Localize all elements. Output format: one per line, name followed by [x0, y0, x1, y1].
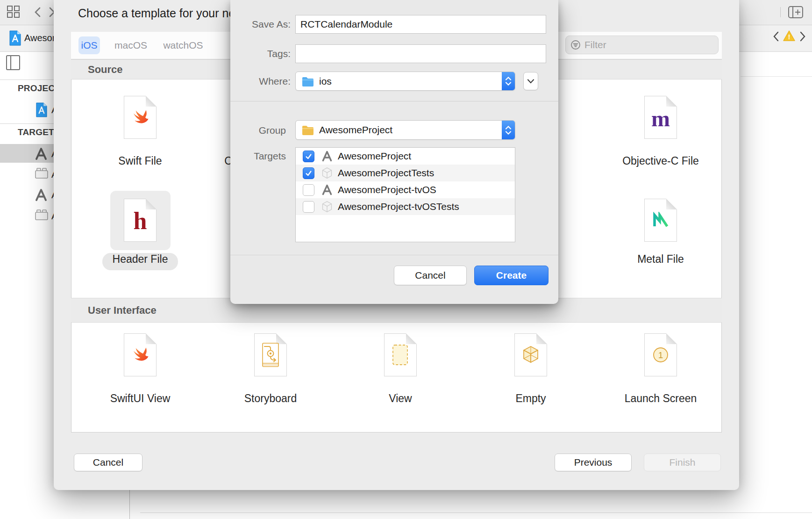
- overview-grid-icon[interactable]: [7, 6, 20, 20]
- bottom-pane-divider: [140, 512, 812, 513]
- filter-input[interactable]: Filter: [565, 36, 719, 54]
- sheet-footer-divider: [230, 255, 558, 255]
- template-header-file[interactable]: h Header File: [84, 199, 196, 266]
- jumpbar-back-icon[interactable]: [772, 31, 780, 43]
- swift-file-icon: [124, 96, 157, 139]
- test-bundle-brick-icon: [35, 209, 49, 223]
- template-label: View: [344, 392, 456, 405]
- group-label: Group: [230, 125, 286, 136]
- editor-divider: [741, 76, 812, 77]
- where-value: ios: [319, 76, 332, 87]
- warning-triangle-icon[interactable]: !: [783, 30, 796, 44]
- toolbar-separator: [780, 7, 781, 17]
- previous-button[interactable]: Previous: [555, 454, 632, 471]
- where-popup[interactable]: ios: [295, 72, 515, 91]
- tab-macos[interactable]: macOS: [112, 36, 150, 54]
- create-button[interactable]: Create: [474, 266, 548, 285]
- template-swiftui-view[interactable]: SwiftUI View: [84, 333, 196, 405]
- template-metal-file[interactable]: Metal File: [605, 199, 717, 266]
- svg-text:1: 1: [658, 350, 663, 360]
- where-stepper[interactable]: [502, 72, 515, 90]
- launch-screen-icon: 1: [644, 333, 677, 376]
- view-icon: [384, 333, 417, 376]
- navigator-pane-divider[interactable]: [129, 490, 130, 519]
- template-label: Empty: [475, 392, 587, 405]
- expand-sheet-button[interactable]: [523, 72, 538, 90]
- target-checkbox[interactable]: [303, 201, 314, 213]
- target-row[interactable]: AwesomeProjectTests: [296, 165, 515, 181]
- template-label: Header File: [84, 253, 196, 266]
- targets-label: Targets: [230, 151, 286, 162]
- metal-file-icon: [644, 199, 677, 242]
- template-storyboard[interactable]: Storyboard: [214, 333, 327, 405]
- targets-list: AwesomeProject AwesomeProjectTests Aweso…: [295, 147, 515, 242]
- template-label: Metal File: [605, 253, 717, 266]
- back-chevron-icon[interactable]: [33, 7, 42, 20]
- swiftui-view-icon: [124, 333, 157, 376]
- save-as-input[interactable]: [295, 15, 546, 34]
- where-label: Where:: [230, 76, 291, 87]
- target-row[interactable]: AwesomeProject-tvOS: [296, 181, 515, 198]
- editor-background: [741, 51, 812, 519]
- template-label: Swift File: [84, 155, 196, 167]
- save-as-label: Save As:: [230, 19, 291, 30]
- objective-c-file-icon: m: [644, 96, 677, 139]
- folder-yellow-icon: [301, 125, 314, 135]
- template-empty[interactable]: Empty: [475, 333, 587, 405]
- group-value: AwesomeProject: [319, 124, 392, 136]
- filter-icon: [570, 40, 581, 50]
- target-checkbox[interactable]: [303, 184, 314, 196]
- template-label: SwiftUI View: [84, 392, 196, 405]
- target-row[interactable]: AwesomeProject: [296, 148, 515, 165]
- template-launch-screen[interactable]: 1 Launch Screen: [605, 333, 717, 405]
- template-label: Objective-C File: [605, 155, 717, 167]
- tab-watchos[interactable]: watchOS: [161, 36, 206, 54]
- empty-cube-icon: [514, 333, 547, 376]
- target-checkbox[interactable]: [303, 167, 314, 179]
- target-row[interactable]: AwesomeProject-tvOSTests: [296, 198, 515, 215]
- test-bundle-brick-icon: [35, 167, 49, 181]
- finish-button[interactable]: Finish: [644, 454, 721, 471]
- xcode-project-icon: [9, 30, 21, 48]
- tab-ios[interactable]: iOS: [78, 36, 100, 54]
- jumpbar-forward-icon[interactable]: [799, 31, 806, 43]
- svg-text:!: !: [788, 33, 791, 41]
- group-popup[interactable]: AwesomeProject: [295, 120, 515, 140]
- storyboard-icon: [254, 333, 287, 376]
- template-label: Storyboard: [214, 392, 327, 405]
- header-file-icon: h: [124, 199, 157, 242]
- app-target-icon: [35, 147, 48, 163]
- add-editor-icon[interactable]: [788, 6, 803, 20]
- app-target-icon: [320, 184, 334, 196]
- sheet-divider: [230, 101, 558, 101]
- target-checkbox[interactable]: [303, 151, 314, 162]
- filter-placeholder: Filter: [584, 39, 606, 50]
- xcode-project-icon: [36, 102, 48, 120]
- sheet-cancel-button[interactable]: Cancel: [394, 266, 467, 285]
- tags-input[interactable]: [295, 44, 546, 63]
- folder-blue-icon: [301, 76, 314, 86]
- test-bundle-icon: [320, 201, 334, 213]
- group-stepper[interactable]: [502, 121, 515, 139]
- dialog-cancel-button[interactable]: Cancel: [74, 454, 142, 471]
- tags-label: Tags:: [230, 48, 291, 59]
- sidebar-toggle-icon[interactable]: [6, 55, 20, 72]
- app-target-icon: [35, 188, 48, 204]
- app-target-icon: [320, 150, 334, 162]
- template-swift-file[interactable]: Swift File: [84, 96, 196, 167]
- screen: AwesomeProject ! PROJECT: [0, 0, 812, 519]
- template-label: Launch Screen: [605, 392, 717, 405]
- template-view[interactable]: View: [344, 333, 456, 405]
- template-objective-c-file[interactable]: m Objective-C File: [605, 96, 717, 167]
- test-bundle-icon: [320, 167, 334, 179]
